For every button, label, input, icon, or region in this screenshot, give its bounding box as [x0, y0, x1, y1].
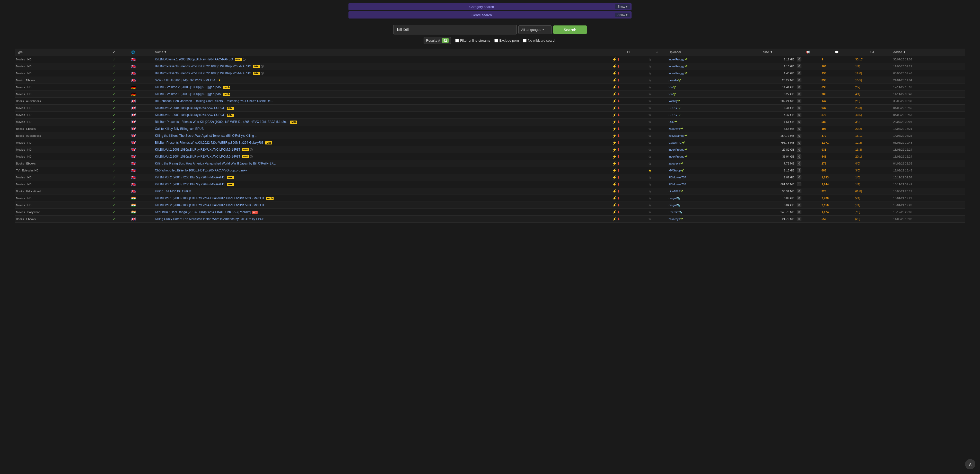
row-uploader[interactable]: nico1899🌱: [667, 188, 740, 195]
row-comments[interactable]: 325: [820, 188, 853, 195]
torrent-name-link[interactable]: Kill Bill Vol 2 (2004) 1080p BluRay x264…: [155, 203, 265, 207]
row-comments[interactable]: 279: [820, 160, 853, 167]
row-star[interactable]: ☆: [647, 91, 667, 98]
comments-count[interactable]: 147: [821, 100, 826, 103]
star-empty-icon[interactable]: ☆: [648, 147, 652, 152]
magnet-icon[interactable]: ⚡: [612, 92, 617, 96]
row-name[interactable]: Killing Crazy Horse: The Merciless India…: [154, 216, 611, 223]
row-dl[interactable]: ⚡⬇: [611, 140, 647, 146]
torrent-name-link[interactable]: Bill.Burr.Presents.Friends.Who.Kill.2022…: [155, 71, 251, 75]
comments-count[interactable]: 585: [821, 120, 826, 124]
magnet-icon[interactable]: ⚡: [612, 113, 617, 117]
magnet-icon[interactable]: ⚡: [612, 141, 617, 145]
download-icon[interactable]: ⬇: [617, 217, 620, 221]
row-comments[interactable]: 2,156: [820, 202, 853, 209]
category-search-show-button[interactable]: Show ▾: [615, 4, 630, 9]
row-name[interactable]: Kill.Bill.Vol.2.2004.1080p.Bluray.x264.A…: [154, 105, 611, 111]
no-wildcard-checkbox[interactable]: [523, 39, 527, 43]
uploader-link[interactable]: MVGroup: [668, 169, 681, 172]
magnet-icon[interactable]: ⚡: [612, 106, 617, 110]
row-dl[interactable]: ⚡⬇: [611, 63, 647, 70]
row-name[interactable]: Bill.Burr.Presents.Friends.Who.Kill.2022…: [154, 140, 611, 146]
uploader-link[interactable]: QxR: [668, 120, 674, 124]
magnet-icon[interactable]: ⚡: [612, 217, 617, 221]
torrent-name-link[interactable]: Kedi Billa Killadi Ranga (2013) HDRip x2…: [155, 210, 251, 214]
row-uploader[interactable]: MVGroup🌱: [667, 167, 740, 174]
magnet-icon[interactable]: ⚡: [612, 127, 617, 131]
row-star[interactable]: ☆: [647, 140, 667, 146]
comments-count[interactable]: 873: [821, 113, 826, 116]
uploader-link[interactable]: indexFroggy: [668, 148, 684, 151]
uploader-link[interactable]: pmedia: [668, 79, 678, 82]
row-star[interactable]: ☆: [647, 63, 667, 70]
torrent-name-link[interactable]: Killing the Rising Sun: How America Vanq…: [155, 162, 275, 165]
magnet-icon[interactable]: ⚡: [612, 120, 617, 124]
uploader-link[interactable]: meguil: [668, 204, 677, 207]
row-dl[interactable]: ⚡⬇: [611, 209, 647, 216]
uploader-link[interactable]: zakareya: [668, 162, 680, 165]
magnet-icon[interactable]: ⚡: [612, 203, 617, 207]
row-uploader[interactable]: Pheraim🔩: [667, 209, 740, 216]
magnet-icon[interactable]: ⚡: [612, 189, 617, 193]
row-comments[interactable]: 705: [820, 91, 853, 98]
uploader-link[interactable]: nico1899: [668, 190, 680, 193]
row-comments[interactable]: 379: [820, 132, 853, 140]
row-name[interactable]: Kill Bill Vol 2 (2004) 720p BluRay x264 …: [154, 174, 611, 181]
download-icon[interactable]: ⬇: [617, 127, 620, 131]
magnet-icon[interactable]: ⚡: [612, 134, 617, 138]
uploader-link[interactable]: Vio: [668, 86, 673, 89]
row-comments[interactable]: 685: [820, 167, 853, 174]
row-uploader[interactable]: Vio🌱: [667, 91, 740, 98]
star-empty-icon[interactable]: ☆: [648, 99, 652, 103]
download-icon[interactable]: ⬇: [617, 71, 620, 75]
uploader-link[interactable]: FDMovies707: [668, 176, 686, 179]
comments-count[interactable]: 2,156: [821, 204, 829, 207]
comments-count[interactable]: 2,244: [821, 183, 829, 186]
row-comments[interactable]: 1,071: [820, 140, 853, 146]
row-name[interactable]: Kill Bill - Volume 2 (2004) [1080p] [5.1…: [154, 84, 611, 91]
row-star[interactable]: ★: [647, 167, 667, 174]
torrent-name-link[interactable]: Kill Bill Vol 2 (2004) 720p BluRay x264 …: [155, 176, 225, 179]
download-icon[interactable]: ⬇: [617, 154, 620, 159]
uploader-link[interactable]: Pheraim: [668, 211, 679, 214]
comments-count[interactable]: 705: [821, 92, 826, 96]
star-empty-icon[interactable]: ☆: [648, 113, 652, 117]
comments-count[interactable]: 1,293: [821, 176, 829, 179]
row-star[interactable]: ☆: [647, 174, 667, 181]
row-star[interactable]: ☆: [647, 70, 667, 77]
row-star[interactable]: ☆: [647, 146, 667, 153]
row-star[interactable]: ☆: [647, 77, 667, 84]
download-icon[interactable]: ⬇: [617, 168, 620, 173]
download-icon[interactable]: ⬇: [617, 182, 620, 186]
download-icon[interactable]: ⬇: [617, 147, 620, 152]
star-filled-icon[interactable]: ★: [648, 168, 652, 173]
magnet-icon[interactable]: ⚡: [612, 99, 617, 103]
star-empty-icon[interactable]: ☆: [648, 64, 652, 68]
download-icon[interactable]: ⬇: [617, 120, 620, 124]
torrent-name-link[interactable]: Call to Kill by Billy Billingham EPUB: [155, 127, 204, 131]
row-star[interactable]: ☆: [647, 160, 667, 167]
row-dl[interactable]: ⚡⬇: [611, 160, 647, 167]
row-name[interactable]: Killing the Rising Sun: How America Vanq…: [154, 160, 611, 167]
magnet-icon[interactable]: ⚡: [612, 182, 617, 186]
genre-search-show-button[interactable]: Show ▾: [615, 13, 630, 17]
torrent-name-link[interactable]: Kill Bill - Volume 2 (2004) [1080p] [5.1…: [155, 86, 221, 89]
row-star[interactable]: ☆: [647, 188, 667, 195]
filter-streams-checkbox[interactable]: [455, 39, 459, 43]
download-icon[interactable]: ⬇: [617, 78, 620, 82]
magnet-icon[interactable]: ⚡: [612, 210, 617, 214]
star-empty-icon[interactable]: ☆: [648, 92, 652, 96]
row-dl[interactable]: ⚡⬇: [611, 70, 647, 77]
row-comments[interactable]: 9: [820, 56, 853, 63]
star-empty-icon[interactable]: ☆: [648, 162, 652, 166]
row-uploader[interactable]: YoshQ🌱: [667, 98, 740, 105]
comments-count[interactable]: 698: [821, 86, 826, 89]
row-dl[interactable]: ⚡⬇: [611, 56, 647, 63]
row-dl[interactable]: ⚡⬇: [611, 167, 647, 174]
row-star[interactable]: ☆: [647, 181, 667, 188]
row-dl[interactable]: ⚡⬇: [611, 202, 647, 209]
row-name[interactable]: Bill.Burr.Presents.Friends.Who.Kill.2022…: [154, 63, 611, 70]
uploader-link[interactable]: zakareya: [668, 127, 680, 130]
row-comments[interactable]: 552: [820, 216, 853, 223]
uploader-link[interactable]: indexFroggy: [668, 72, 684, 75]
